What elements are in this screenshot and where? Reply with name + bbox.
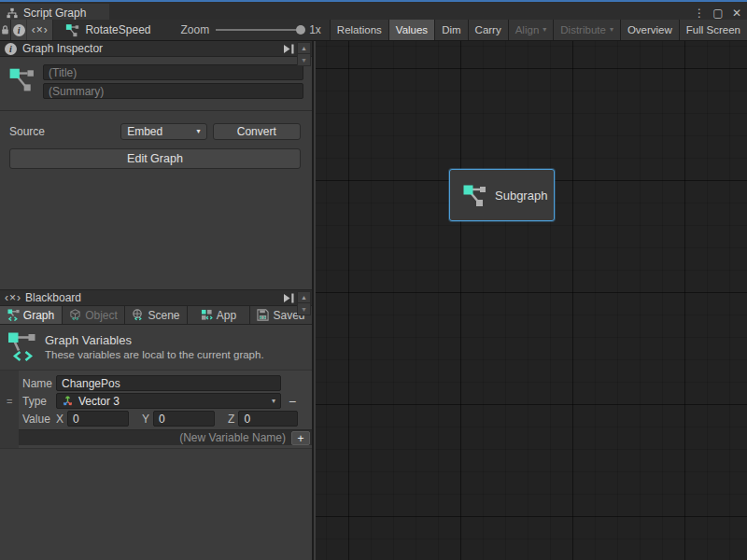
graph-summary-input[interactable] <box>43 83 303 99</box>
subgraph-node[interactable]: Subgraph <box>449 169 555 221</box>
new-variable-row: + <box>0 429 312 445</box>
info-icon: i <box>13 24 25 36</box>
window-titlebar: Script Graph ⋮ ▢ ✕ <box>0 0 747 20</box>
convert-button[interactable]: Convert <box>213 123 301 140</box>
tab-scene[interactable]: Scene <box>125 306 188 324</box>
align-dropdown[interactable]: Align ▾ <box>509 20 555 40</box>
overview-button[interactable]: Overview <box>621 20 680 40</box>
inspector-scrollbar: ▲ ▼ <box>297 42 311 66</box>
x-value-input[interactable] <box>67 411 129 427</box>
tab-app[interactable]: App <box>188 306 250 324</box>
graph-inspector-title: Graph Inspector <box>22 42 103 55</box>
new-variable-input[interactable] <box>7 431 291 445</box>
graph-tab-icon <box>7 309 20 321</box>
source-dropdown[interactable]: Embed ▾ <box>120 123 206 140</box>
z-value-input[interactable] <box>238 411 298 427</box>
code-icon: ‹×› <box>32 23 49 36</box>
blackboard-tabs: Graph Object <box>0 306 312 325</box>
add-variable-button[interactable]: + <box>291 431 310 445</box>
remove-variable-button[interactable]: − <box>289 395 296 408</box>
scroll-down-button[interactable]: ▼ <box>297 54 311 66</box>
type-label: Type <box>22 395 56 408</box>
variable-type-dropdown[interactable]: Vector 3 ▾ <box>56 393 281 409</box>
zoom-slider[interactable] <box>216 29 303 31</box>
graph-toolbar: i ‹×› RotateSpeed Zoom 1x Relations Valu… <box>0 20 747 41</box>
distribute-dropdown[interactable]: Distribute ▾ <box>554 20 621 40</box>
sidebar: i Graph Inspector ▲ ▼ Sour <box>0 41 314 560</box>
hierarchy-icon <box>7 7 18 19</box>
window-menu-icon[interactable]: ⋮ <box>692 7 707 20</box>
graph-inspector-header: i Graph Inspector <box>0 41 312 57</box>
inspector-toggle-button[interactable]: i <box>11 20 27 40</box>
full-screen-toggle[interactable]: Full Screen <box>680 20 747 40</box>
relations-toggle[interactable]: Relations <box>331 20 389 40</box>
graph-canvas[interactable]: Subgraph <box>316 41 747 560</box>
vector3-icon <box>62 395 74 407</box>
scroll-up-button[interactable]: ▲ <box>297 42 311 54</box>
script-graph-icon <box>8 64 35 94</box>
scroll-down-button[interactable]: ▼ <box>297 303 311 315</box>
blackboard-toggle-button[interactable]: ‹×› <box>27 20 53 40</box>
blackboard-header: ‹×› Blackboard <box>0 290 312 306</box>
carry-toggle[interactable]: Carry <box>469 20 509 40</box>
tab-object[interactable]: Object <box>63 306 125 324</box>
info-icon: i <box>5 43 17 55</box>
scroll-up-button[interactable]: ▲ <box>297 291 311 303</box>
graph-variables-header: Graph Variables These variables are loca… <box>0 325 312 370</box>
blackboard-scrollbar: ▲ ▼ <box>297 291 311 315</box>
lock-button[interactable] <box>0 20 11 40</box>
zoom-slider-handle[interactable] <box>296 25 305 35</box>
edit-graph-button[interactable]: Edit Graph <box>9 148 301 169</box>
tab-graph[interactable]: Graph <box>0 306 63 324</box>
variable-row: Name = Type Vector 3 ▾ <box>0 370 312 449</box>
divider <box>0 110 312 111</box>
graph-variables-title: Graph Variables <box>45 333 264 347</box>
zoom-value: 1x <box>309 23 321 36</box>
dim-toggle[interactable]: Dim <box>435 20 468 40</box>
chevron-down-icon: ▾ <box>197 128 201 135</box>
save-icon <box>257 309 269 321</box>
node-label: Subgraph <box>495 189 547 203</box>
value-label: Value <box>22 413 56 426</box>
script-graph-icon <box>65 23 79 37</box>
graph-variables-icon <box>7 331 35 362</box>
cube-icon <box>69 309 81 321</box>
lock-icon <box>0 24 10 35</box>
chevron-down-icon: ▾ <box>610 26 613 34</box>
chevron-down-icon: ▾ <box>272 398 275 405</box>
window-close-icon[interactable]: ✕ <box>729 7 744 20</box>
app-icon <box>201 309 213 321</box>
dock-icon[interactable] <box>283 293 294 303</box>
tab-title: Script Graph <box>23 7 86 20</box>
graph-breadcrumb[interactable]: RotateSpeed <box>65 20 150 40</box>
drag-handle-icon[interactable]: = <box>7 397 12 407</box>
toolbar-toggle-group: Relations Values Dim Carry Align ▾ Distr… <box>330 20 747 40</box>
graph-name-label: RotateSpeed <box>85 23 150 36</box>
chevron-down-icon: ▾ <box>543 26 546 34</box>
source-label: Source <box>9 125 120 138</box>
y-value-input[interactable] <box>153 411 215 427</box>
values-toggle[interactable]: Values <box>389 20 435 40</box>
y-label: Y <box>142 413 149 426</box>
x-label: X <box>56 413 63 426</box>
dock-icon[interactable] <box>283 44 294 54</box>
graph-title-input[interactable] <box>43 64 303 80</box>
z-label: Z <box>228 413 234 426</box>
variable-name-input[interactable] <box>56 375 281 391</box>
blackboard-panel: ‹×› Blackboard ▲ ▼ <box>0 289 312 560</box>
window-maximize-icon[interactable]: ▢ <box>711 7 726 20</box>
script-graph-icon <box>462 183 486 207</box>
blackboard-title: Blackboard <box>25 291 81 304</box>
scene-icon <box>132 309 144 321</box>
graph-variables-description: These variables are local to the current… <box>45 349 264 360</box>
name-label: Name <box>22 377 56 390</box>
zoom-label: Zoom <box>180 23 209 36</box>
code-icon: ‹×› <box>5 291 21 304</box>
